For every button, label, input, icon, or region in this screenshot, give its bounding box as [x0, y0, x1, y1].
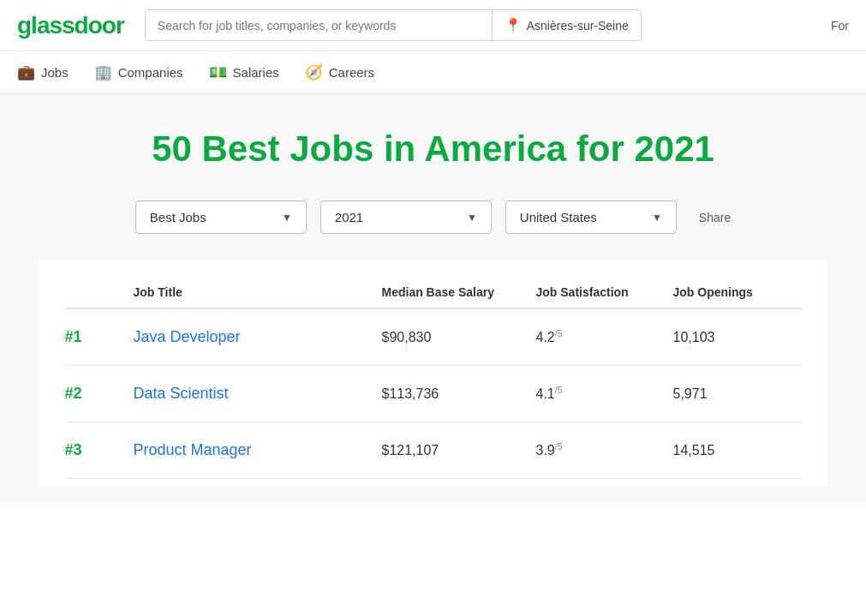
for-employers-link[interactable]: For [831, 19, 849, 33]
careers-icon: 🧭 [305, 63, 323, 81]
search-input[interactable] [146, 10, 492, 40]
search-bar: 📍 Asnières-sur-Seine [145, 9, 642, 41]
nav-item-companies[interactable]: 🏢 Companies [94, 63, 183, 81]
nav-label-companies: Companies [118, 65, 183, 80]
rank-1: #1 [65, 328, 134, 346]
salary-3: $121,107 [382, 443, 536, 458]
col-salary: Median Base Salary [382, 285, 536, 299]
openings-2: 5,971 [673, 386, 802, 402]
satisfaction-2: 4.1/5 [536, 385, 673, 402]
filters-row: Best Jobs ▼ 2021 ▼ United States ▼ Share [17, 200, 849, 234]
col-satisfaction: Job Satisfaction [536, 285, 673, 299]
header: glassdoor 📍 Asnières-sur-Seine For [0, 0, 866, 51]
jobs-icon: 💼 [17, 63, 35, 81]
main-content: 50 Best Jobs in America for 2021 Best Jo… [0, 94, 866, 505]
nav-label-salaries: Salaries [233, 65, 279, 80]
region-chevron-icon: ▼ [652, 212, 662, 224]
year-filter-value: 2021 [335, 210, 363, 224]
share-button[interactable]: Share [699, 211, 731, 224]
logo[interactable]: glassdoor [17, 12, 124, 39]
nav-label-careers: Careers [329, 65, 374, 80]
col-openings: Job Openings [673, 285, 802, 299]
location-text: Asnières-sur-Seine [527, 19, 629, 33]
nav-item-jobs[interactable]: 💼 Jobs [17, 63, 69, 81]
page-title: 50 Best Jobs in America for 2021 [17, 129, 849, 170]
category-filter[interactable]: Best Jobs ▼ [135, 200, 307, 234]
salaries-icon: 💵 [209, 63, 227, 81]
table-header: Job Title Median Base Salary Job Satisfa… [65, 277, 802, 309]
satisfaction-3: 3.9/5 [536, 441, 673, 458]
nav-item-salaries[interactable]: 💵 Salaries [209, 63, 279, 81]
table-row: #3 Product Manager $121,107 3.9/5 14,515 [65, 422, 802, 479]
salary-1: $90,830 [382, 330, 536, 345]
location-pin-icon: 📍 [505, 17, 522, 33]
location-area[interactable]: 📍 Asnières-sur-Seine [492, 10, 641, 40]
year-filter[interactable]: 2021 ▼ [320, 200, 492, 234]
openings-1: 10,103 [673, 330, 802, 345]
openings-3: 14,515 [673, 443, 802, 458]
jobs-table: Job Title Median Base Salary Job Satisfa… [39, 260, 827, 487]
job-title-3[interactable]: Product Manager [134, 441, 382, 459]
region-filter-value: United States [520, 210, 597, 224]
table-row: #2 Data Scientist $113,736 4.1/5 5,971 [65, 366, 802, 422]
category-chevron-icon: ▼ [282, 212, 292, 224]
nav-item-careers[interactable]: 🧭 Careers [305, 63, 374, 81]
satisfaction-1: 4.2/5 [536, 328, 673, 345]
job-title-1[interactable]: Java Developer [134, 328, 382, 346]
region-filter[interactable]: United States ▼ [505, 200, 677, 234]
job-title-2[interactable]: Data Scientist [134, 385, 382, 403]
salary-2: $113,736 [382, 386, 536, 402]
rank-3: #3 [65, 441, 134, 459]
rank-2: #2 [65, 385, 134, 403]
year-chevron-icon: ▼ [467, 212, 477, 224]
table-row: #1 Java Developer $90,830 4.2/5 10,103 [65, 309, 802, 366]
col-title: Job Title [134, 285, 382, 299]
col-rank [65, 285, 134, 299]
nav-label-jobs: Jobs [41, 65, 69, 80]
nav: 💼 Jobs 🏢 Companies 💵 Salaries 🧭 Careers [0, 51, 866, 94]
companies-icon: 🏢 [94, 63, 112, 81]
category-filter-value: Best Jobs [150, 210, 206, 224]
